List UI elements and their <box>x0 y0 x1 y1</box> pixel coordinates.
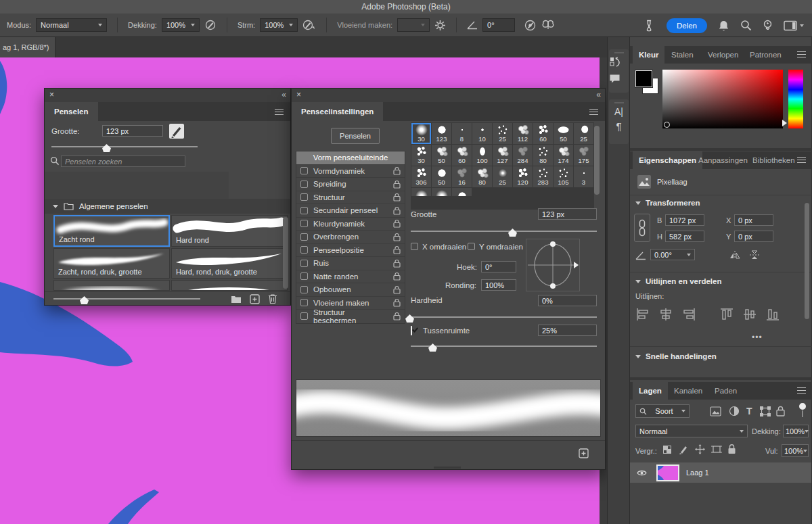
flip-vertical-icon[interactable] <box>749 249 761 260</box>
preview-size-slider[interactable] <box>53 298 200 300</box>
tab-penseelinstellingen[interactable]: Penseelinstellingen <box>292 102 383 121</box>
workspace-switcher-icon[interactable] <box>784 20 804 31</box>
fill-select[interactable]: 100% <box>782 444 809 457</box>
spacing-slider[interactable] <box>411 346 597 347</box>
foreground-color-swatch[interactable] <box>635 70 652 87</box>
align-section-header[interactable]: Uitlijnen en verdelen <box>635 277 721 285</box>
spacing-checkbox[interactable] <box>411 326 412 335</box>
flow-select[interactable]: 100% <box>260 18 298 32</box>
height-field[interactable]: 582 px <box>665 231 704 242</box>
brush-tip-partial[interactable] <box>452 188 472 196</box>
align-center-vertical-icon[interactable] <box>742 307 757 322</box>
panel-menu-icon[interactable] <box>797 387 806 394</box>
brush-size-field[interactable]: 123 px <box>102 125 163 137</box>
brush-tip-60[interactable]: 60 <box>452 145 472 166</box>
drag-handle[interactable] <box>614 52 624 53</box>
flip-x-checkbox[interactable] <box>411 243 418 250</box>
brush-tip-8[interactable]: 8 <box>452 123 472 144</box>
align-bottom-icon[interactable] <box>765 307 780 322</box>
airbrush-opacity-icon[interactable] <box>204 19 217 31</box>
section-checkbox[interactable] <box>300 299 308 306</box>
lock-pixels-icon[interactable] <box>679 444 689 454</box>
tab-stalen[interactable]: Stalen <box>665 46 700 64</box>
blend-mode-select[interactable]: Normaal <box>635 425 748 437</box>
brush-tip-284[interactable]: 284 <box>513 145 533 166</box>
section-checkbox[interactable] <box>300 260 308 267</box>
close-icon[interactable]: × <box>49 91 54 99</box>
brush-size-slider[interactable] <box>51 146 198 147</box>
layer-row[interactable]: Laag 1 <box>630 462 811 483</box>
section-checkbox[interactable] <box>300 167 308 174</box>
brush-preset-zacht-druk[interactable]: Zacht, rond, druk, grootte <box>53 248 170 279</box>
lock-icon[interactable] <box>393 259 401 268</box>
hardness-slider-thumb[interactable] <box>405 314 414 323</box>
brushes-window-titlebar[interactable]: × « <box>45 89 290 102</box>
resize-handle[interactable] <box>434 467 461 469</box>
filter-toggle[interactable] <box>799 403 806 410</box>
brush-tip-50[interactable]: 50 <box>432 145 451 166</box>
lock-icon[interactable] <box>393 219 401 228</box>
brush-preset-hard-druk[interactable]: Hard, rond, druk, grootte <box>171 248 288 279</box>
lock-all-icon[interactable] <box>727 444 736 454</box>
align-center-horizontal-icon[interactable] <box>658 307 673 322</box>
more-options-icon[interactable]: ••• <box>752 333 763 342</box>
lock-icon[interactable] <box>393 312 401 320</box>
layer-thumbnail[interactable] <box>656 465 679 481</box>
bell-icon[interactable] <box>718 20 729 32</box>
brush-tip-80[interactable]: 80 <box>533 145 553 166</box>
brush-section-structuur-beschermen[interactable]: Structuur beschermen <box>296 310 405 323</box>
brush-tip-25[interactable]: 25 <box>493 123 512 144</box>
brush-section-vormdynamiek[interactable]: Vormdynamiek <box>296 165 405 178</box>
tab-paden[interactable]: Paden <box>708 382 743 400</box>
brush-section-overbrengen[interactable]: Overbrengen <box>296 231 405 244</box>
brush-group-header[interactable]: Algemene penselen <box>45 199 290 214</box>
section-checkbox[interactable] <box>300 233 308 241</box>
beaker-icon[interactable] <box>645 20 656 32</box>
pressure-size-icon[interactable] <box>524 19 537 32</box>
flip-y-checkbox[interactable] <box>468 243 475 250</box>
tab-patronen[interactable]: Patronen <box>744 46 788 64</box>
align-right-icon[interactable] <box>681 307 696 322</box>
brush-section-secundair-penseel[interactable]: Secundair penseel <box>296 204 405 218</box>
brush-preset-hard-rond[interactable]: Hard rond <box>171 215 288 247</box>
brush-tip-175[interactable]: 175 <box>574 145 593 166</box>
link-dimensions-button[interactable] <box>634 214 650 242</box>
paragraph-panel-icon[interactable]: ¶ <box>609 120 629 132</box>
layer-filter-select[interactable]: Soort <box>635 404 690 418</box>
angle-field[interactable]: 0° <box>481 261 516 272</box>
brush-tip-25[interactable]: 25 <box>574 123 593 144</box>
brush-tip-174[interactable]: 174 <box>554 145 573 166</box>
new-brush-icon[interactable] <box>250 294 260 304</box>
collapse-icon[interactable]: « <box>281 90 285 99</box>
brush-section-kleurdynamiek[interactable]: Kleurdynamiek <box>296 218 405 231</box>
tip-size-slider[interactable] <box>411 231 597 232</box>
transform-section-header[interactable]: Transformeren <box>635 199 700 207</box>
rotation-combo[interactable]: 0.00° <box>650 249 695 260</box>
brush-tip-25[interactable]: 25 <box>493 166 512 187</box>
tip-size-slider-thumb[interactable] <box>508 229 517 237</box>
color-cursor[interactable] <box>664 122 670 128</box>
brush-tip-100[interactable]: 100 <box>472 145 492 166</box>
hardness-field[interactable]: 0% <box>538 295 597 306</box>
symmetry-butterfly-icon[interactable] <box>541 19 555 31</box>
filter-shape-layers-icon[interactable] <box>760 406 771 416</box>
hue-strip[interactable] <box>788 70 803 128</box>
lightbulb-icon[interactable] <box>763 20 773 32</box>
brush-size-slider-thumb[interactable] <box>102 144 111 152</box>
brush-preset-zacht-rond[interactable]: Zacht rond <box>53 215 170 247</box>
brush-tip-3[interactable]: 3 <box>574 166 593 187</box>
tab-kanalen[interactable]: Kanalen <box>668 382 708 400</box>
section-checkbox[interactable] <box>300 312 308 320</box>
opacity-select[interactable]: 100% <box>162 18 200 32</box>
panel-menu-icon[interactable] <box>797 51 806 58</box>
window-titlebar[interactable]: Adobe Photoshop (Beta) <box>0 0 812 14</box>
brush-tip-283[interactable]: 283 <box>533 166 553 187</box>
close-icon[interactable]: × <box>296 91 301 99</box>
filter-pixel-layers-icon[interactable] <box>710 406 721 416</box>
quick-actions-section-header[interactable]: Snelle handelingen <box>635 352 717 360</box>
tab-bibliotheken[interactable]: Bibliotheken <box>746 151 801 169</box>
brush-tip-partial[interactable] <box>432 188 451 196</box>
panel-menu-icon[interactable] <box>275 109 284 116</box>
section-checkbox[interactable] <box>300 207 308 214</box>
align-left-icon[interactable] <box>635 307 650 322</box>
